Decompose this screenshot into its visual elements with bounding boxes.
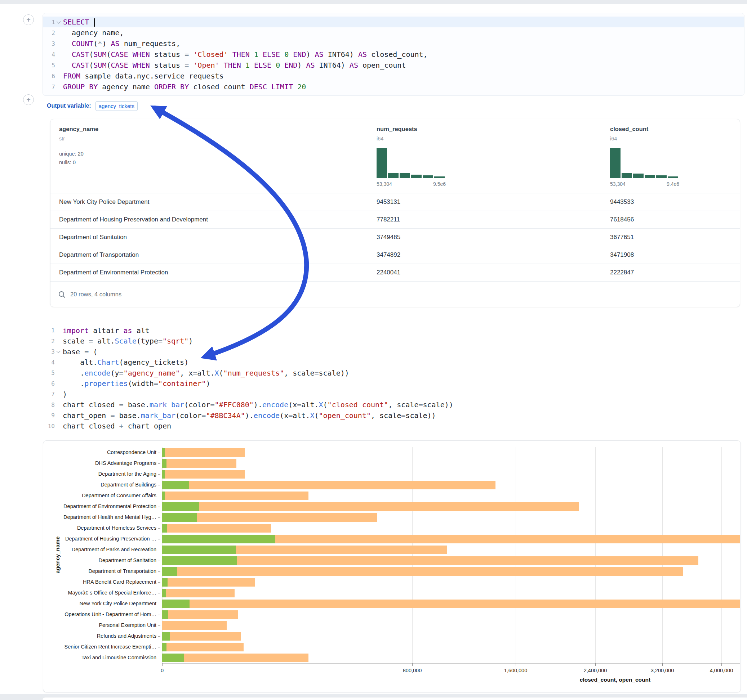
code-line[interactable]: 4 alt.Chart(agency_tickets) (42, 357, 744, 368)
table-row[interactable]: Department of Environmental Protection22… (50, 264, 740, 281)
table-cell: 9453131 (377, 198, 400, 206)
code-text: CAST(SUM(CASE WHEN status = 'Closed' THE… (62, 50, 428, 59)
code-text: chart_open = base.mark_bar(color="#8BC34… (62, 411, 436, 420)
histogram-bar (633, 173, 644, 178)
column-name: agency_name (59, 126, 98, 133)
table-row[interactable]: Department of Sanitation37494853677651 (50, 228, 740, 246)
y-axis-tick (158, 517, 160, 518)
code-line[interactable]: 9chart_open = base.mark_bar(color="#8BC3… (42, 410, 744, 421)
output-variable-chip[interactable]: agency_tickets (95, 101, 138, 111)
column-dtype: i64 (377, 136, 383, 142)
column-header-agency-name[interactable]: agency_name str unique: 20 nulls: 0 (59, 119, 189, 193)
code-line[interactable]: 3 COUNT(*) AS num_requests, (43, 38, 744, 49)
code-line[interactable]: 8chart_closed = base.mark_bar(color="#FF… (42, 400, 744, 410)
y-category-label: Department of Health and Mental Hyg… (43, 514, 156, 520)
bar-closed-count (162, 556, 699, 565)
y-category-label: Mayorâ€ s Office of Special Enforce… (43, 590, 156, 596)
y-axis-tick (158, 539, 160, 539)
code-line[interactable]: 10chart_closed + chart_open (42, 421, 744, 432)
y-category-label: DHS Advantage Programs (43, 460, 156, 466)
sql-editor[interactable]: 1SELECT 2 agency_name,3 COUNT(*) AS num_… (42, 13, 744, 96)
add-cell-button[interactable]: + (23, 14, 34, 25)
bar-open-count (162, 546, 236, 554)
table-cell: 3474892 (377, 251, 400, 258)
y-category-label: Refunds and Adjustments (43, 633, 156, 639)
code-line[interactable]: 7) (42, 389, 744, 400)
y-axis-tick (158, 593, 160, 593)
add-cell-button[interactable]: + (23, 94, 34, 105)
code-line[interactable]: 2scale = alt.Scale(type="sqrt") (42, 336, 744, 347)
table-body: New York City Police Department945313194… (50, 193, 740, 281)
code-line[interactable]: 5 .encode(y="agency_name", x=alt.X("num_… (42, 368, 744, 379)
search-icon[interactable] (58, 291, 65, 298)
gutter-spacer (55, 421, 62, 432)
y-axis-tick (158, 550, 160, 550)
code-text: base = ( (62, 347, 97, 356)
y-axis-tick (158, 485, 160, 486)
gutter-spacer (55, 400, 62, 410)
histogram-bar (388, 173, 399, 178)
results-table: agency_name str unique: 20 nulls: 0 num_… (50, 119, 740, 307)
code-line[interactable]: 7GROUP BY agency_name ORDER BY closed_co… (43, 81, 744, 92)
y-category-label: Department of Environmental Protection (43, 503, 156, 509)
code-line[interactable]: 1import altair as alt (42, 325, 744, 336)
gutter-spacer (55, 71, 62, 81)
table-row[interactable]: New York City Police Department945313194… (50, 193, 740, 211)
column-meta-nulls: nulls: 0 (59, 160, 76, 165)
code-text: .properties(width="container") (62, 379, 210, 388)
bar-open-count (162, 502, 199, 511)
gutter-spacer (55, 81, 62, 92)
gridline (595, 447, 596, 663)
table-cell: 2240041 (377, 269, 400, 276)
line-number: 5 (43, 62, 55, 69)
table-cell: 3677651 (610, 234, 634, 241)
code-text: import altair as alt (62, 326, 150, 335)
histogram-bar (668, 177, 678, 178)
code-line[interactable]: 2 agency_name, (43, 27, 744, 38)
x-tick-label: 800,000 (403, 668, 422, 673)
collapse-caret-icon[interactable] (55, 346, 62, 357)
y-category-label: Personal Exemption Unit (43, 622, 156, 628)
bar-open-count (162, 470, 165, 478)
y-axis-tick (158, 463, 160, 464)
bar-open-count (162, 513, 197, 522)
table-row[interactable]: Department of Housing Preservation and D… (50, 211, 740, 228)
table-row[interactable]: Department of Transportation347489234719… (50, 246, 740, 264)
code-line[interactable]: 5 CAST(SUM(CASE WHEN status = 'Open' THE… (43, 60, 744, 71)
histogram-min-label: 53,304 (610, 181, 626, 187)
histogram-bar (656, 175, 667, 178)
table-cell: 7782211 (377, 216, 400, 223)
gutter-spacer (55, 27, 62, 38)
histogram-bar (377, 148, 387, 178)
gridline (662, 447, 663, 663)
y-category-label: Department of Homeless Services (43, 525, 156, 531)
x-axis-tick (412, 663, 413, 666)
column-header-closed-count[interactable]: closed_count i64 53,304 9.4e6 (610, 119, 740, 193)
table-cell: Department of Environmental Protection (59, 269, 168, 276)
code-text: ) (62, 390, 67, 398)
code-line[interactable]: 1SELECT (43, 17, 744, 27)
chart-plot-area (162, 447, 740, 663)
python-editor[interactable]: 1import altair as alt2scale = alt.Scale(… (42, 325, 744, 431)
output-variable-label: Output variable: (47, 103, 91, 109)
y-axis-tick (158, 636, 160, 637)
x-axis-line (162, 663, 740, 664)
code-line[interactable]: 6FROM sample_data.nyc.service_requests (43, 71, 744, 81)
y-category-label: Department of Transportation (43, 568, 156, 574)
bar-closed-count (162, 653, 308, 662)
next-cell-edge (42, 697, 747, 700)
gutter-spacer (55, 38, 62, 49)
table-cell: 2222847 (610, 269, 634, 276)
code-text: GROUP BY agency_name ORDER BY closed_cou… (62, 83, 306, 91)
code-line[interactable]: 4 CAST(SUM(CASE WHEN status = 'Closed' T… (43, 49, 744, 60)
x-axis-tick (721, 663, 722, 666)
bar-open-count (162, 610, 168, 619)
y-category-label: Department for the Aging (43, 471, 156, 477)
column-header-num-requests[interactable]: num_requests i64 53,304 9.5e6 (377, 119, 506, 193)
bar-open-count (162, 556, 237, 565)
code-line[interactable]: 3base = ( (42, 346, 744, 357)
collapse-caret-icon[interactable] (55, 17, 62, 27)
y-axis-tick (158, 474, 160, 475)
code-line[interactable]: 6 .properties(width="container") (42, 379, 744, 389)
line-number: 3 (43, 40, 55, 47)
